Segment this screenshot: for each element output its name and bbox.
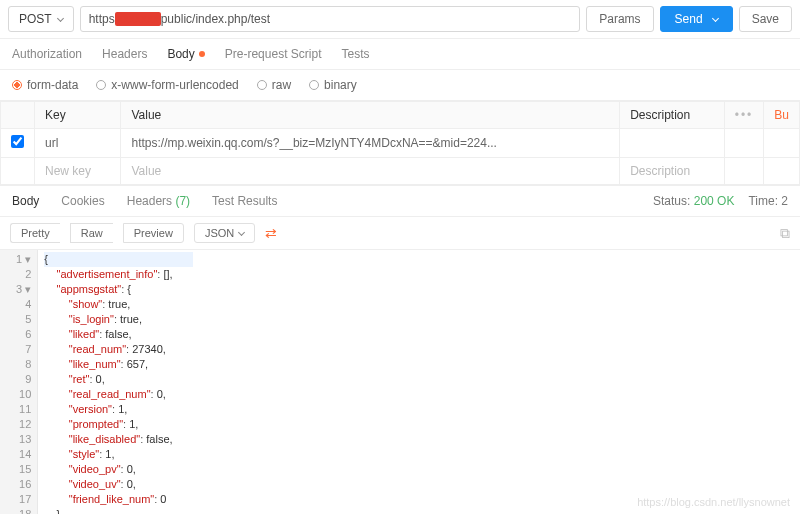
placeholder-desc[interactable]: Description bbox=[620, 158, 725, 185]
column-header-value: Value bbox=[121, 102, 620, 129]
time-label: Time: 2 bbox=[748, 194, 788, 208]
method-dropdown[interactable]: POST bbox=[8, 6, 74, 32]
resp-tab-tests[interactable]: Test Results bbox=[212, 194, 277, 208]
tab-prerequest[interactable]: Pre-request Script bbox=[225, 47, 322, 61]
radio-binary[interactable]: binary bbox=[309, 78, 357, 92]
send-button[interactable]: Send bbox=[660, 6, 733, 32]
format-dropdown[interactable]: JSON bbox=[194, 223, 255, 243]
view-preview[interactable]: Preview bbox=[123, 223, 184, 243]
code-content[interactable]: { "advertisement_info": [], "appmsgstat"… bbox=[38, 250, 199, 514]
view-pretty[interactable]: Pretty bbox=[10, 223, 60, 243]
more-icon: ••• bbox=[735, 108, 754, 122]
redacted-segment: xxxxxxx bbox=[115, 12, 161, 26]
placeholder-key[interactable]: New key bbox=[35, 158, 121, 185]
request-top-bar: POST httpsxxxxxxxpublic/index.php/test P… bbox=[0, 0, 800, 39]
form-data-table: Key Value Description ••• Bu url https:/… bbox=[0, 101, 800, 185]
table-row: url https://mp.weixin.qq.com/s?__biz=MzI… bbox=[1, 129, 800, 158]
column-header-desc: Description bbox=[620, 102, 725, 129]
method-label: POST bbox=[19, 12, 52, 26]
tab-body[interactable]: Body bbox=[167, 47, 204, 61]
view-raw[interactable]: Raw bbox=[70, 223, 113, 243]
resp-tab-headers[interactable]: Headers (7) bbox=[127, 194, 190, 208]
row-checkbox[interactable] bbox=[11, 135, 24, 148]
radio-icon bbox=[96, 80, 106, 90]
save-button[interactable]: Save bbox=[739, 6, 792, 32]
params-button[interactable]: Params bbox=[586, 6, 653, 32]
response-body: 1 ▾23 ▾4567891011121314151617181920 ▾212… bbox=[0, 250, 800, 514]
watermark: https://blog.csdn.net/llysnownet bbox=[637, 496, 790, 508]
table-row-new: New key Value Description bbox=[1, 158, 800, 185]
column-header-more[interactable]: ••• bbox=[724, 102, 764, 129]
radio-icon bbox=[309, 80, 319, 90]
cell-key[interactable]: url bbox=[35, 129, 121, 158]
placeholder-value[interactable]: Value bbox=[121, 158, 620, 185]
tab-headers[interactable]: Headers bbox=[102, 47, 147, 61]
status-label: Status: 200 OK bbox=[653, 194, 734, 208]
response-tabs: Body Cookies Headers (7) Test Results St… bbox=[0, 185, 800, 217]
view-mode-bar: Pretty Raw Preview JSON ⇄ ⧉ bbox=[0, 217, 800, 250]
copy-icon[interactable]: ⧉ bbox=[780, 225, 790, 242]
tab-authorization[interactable]: Authorization bbox=[12, 47, 82, 61]
resp-tab-cookies[interactable]: Cookies bbox=[61, 194, 104, 208]
tab-tests[interactable]: Tests bbox=[341, 47, 369, 61]
chevron-down-icon bbox=[238, 228, 245, 235]
radio-icon bbox=[12, 80, 22, 90]
cell-value[interactable]: https://mp.weixin.qq.com/s?__biz=MzIyNTY… bbox=[121, 129, 620, 158]
checkbox-header bbox=[1, 102, 35, 129]
url-input[interactable]: httpsxxxxxxxpublic/index.php/test bbox=[80, 6, 581, 32]
radio-icon bbox=[257, 80, 267, 90]
line-gutter: 1 ▾23 ▾4567891011121314151617181920 ▾212… bbox=[0, 250, 38, 514]
request-tabs: Authorization Headers Body Pre-request S… bbox=[0, 39, 800, 70]
chevron-down-icon bbox=[712, 14, 719, 21]
column-header-key: Key bbox=[35, 102, 121, 129]
wrap-lines-icon[interactable]: ⇄ bbox=[265, 225, 277, 241]
body-type-selector: form-data x-www-form-urlencoded raw bina… bbox=[0, 70, 800, 101]
radio-raw[interactable]: raw bbox=[257, 78, 291, 92]
radio-form-data[interactable]: form-data bbox=[12, 78, 78, 92]
bulk-edit-link[interactable]: Bu bbox=[764, 102, 800, 129]
dot-indicator-icon bbox=[199, 51, 205, 57]
chevron-down-icon bbox=[57, 14, 64, 21]
cell-desc[interactable] bbox=[620, 129, 725, 158]
resp-tab-body[interactable]: Body bbox=[12, 194, 39, 208]
radio-urlencoded[interactable]: x-www-form-urlencoded bbox=[96, 78, 238, 92]
